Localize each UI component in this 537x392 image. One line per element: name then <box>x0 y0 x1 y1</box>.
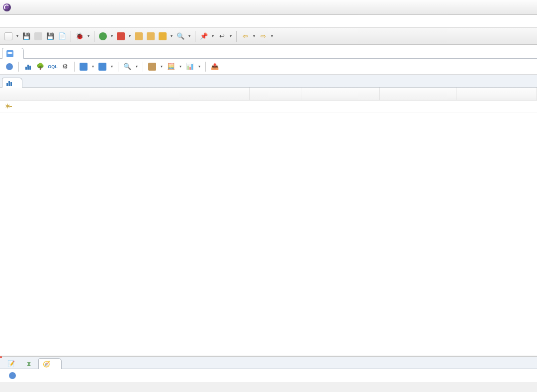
regex-retained-input[interactable] <box>380 100 456 112</box>
run-report-dropdown[interactable]: ▾ <box>90 64 95 69</box>
forward-dropdown[interactable]: ▾ <box>269 34 274 38</box>
search-dropdown[interactable]: ▾ <box>187 34 192 38</box>
stop-dropdown[interactable]: ▾ <box>127 34 132 38</box>
find-button[interactable]: 🔍 <box>122 61 133 72</box>
package-dropdown[interactable]: ▾ <box>159 64 164 69</box>
pin-dropdown[interactable]: ▾ <box>210 34 215 38</box>
title-bar <box>0 0 537 15</box>
forward-button[interactable]: ⇨ <box>258 31 268 42</box>
menu-navigate[interactable] <box>25 20 35 23</box>
tab-progress[interactable]: ⧗ <box>22 358 38 369</box>
col-spacer <box>456 88 537 100</box>
query-button[interactable] <box>97 61 108 72</box>
stop-button[interactable] <box>115 31 126 42</box>
separator-icon <box>143 62 143 72</box>
table-header <box>0 88 537 100</box>
histogram-button[interactable] <box>22 61 33 72</box>
debug-dropdown[interactable]: ▾ <box>86 34 91 38</box>
main-toolbar: ▾ 💾 💾 📄 🐞 ▾ ▾ ▾ ▾ 🔍 ▾ 📌 ▾ ↩ ▾ ⇦ ▾ ⇨ ▾ <box>0 28 537 45</box>
pin-button[interactable]: 📌 <box>198 31 209 42</box>
save-button[interactable]: 💾 <box>21 31 32 42</box>
new-button[interactable] <box>3 31 14 42</box>
find-dropdown[interactable]: ▾ <box>134 64 139 69</box>
overview-button[interactable] <box>4 61 15 72</box>
calculator-button[interactable]: 🧮 <box>166 61 177 72</box>
menu-search[interactable] <box>36 20 46 23</box>
calculator-dropdown[interactable]: ▾ <box>178 64 183 69</box>
col-class-name[interactable] <box>0 88 250 100</box>
histogram-table-container: ✶ <box>0 88 537 356</box>
heap-dump-icon <box>6 50 13 57</box>
menu-run[interactable] <box>58 20 68 23</box>
back-button[interactable]: ⇦ <box>240 31 251 42</box>
col-objects[interactable] <box>250 88 301 100</box>
thread-button[interactable]: ⚙ <box>60 61 71 72</box>
menu-window[interactable] <box>69 20 79 23</box>
separator-icon <box>205 62 206 72</box>
save-disabled-button[interactable]: 💾 <box>45 31 56 42</box>
tab-navigation-history[interactable]: 🧭 <box>38 358 62 369</box>
nav-prev-dropdown[interactable]: ▾ <box>228 34 233 38</box>
export-button[interactable]: 📤 <box>209 61 220 72</box>
open-dropdown[interactable]: ▾ <box>169 34 174 38</box>
eclipse-logo-icon <box>3 3 11 11</box>
nav-prev-button[interactable]: ↩ <box>216 31 227 42</box>
col-retained-heap[interactable] <box>380 88 456 100</box>
menu-bar <box>0 15 537 28</box>
editor-tab-dump[interactable] <box>2 48 24 59</box>
editor-tab-bar <box>0 45 537 59</box>
search-button[interactable]: 🔍 <box>175 31 186 42</box>
separator-icon <box>94 31 94 42</box>
back-dropdown[interactable]: ▾ <box>252 34 257 38</box>
open-type-button[interactable] <box>145 31 156 42</box>
query-dropdown[interactable]: ▾ <box>109 64 114 69</box>
tab-histogram[interactable] <box>2 78 22 88</box>
regex-objects-input[interactable] <box>250 100 301 112</box>
menu-project[interactable] <box>47 20 57 23</box>
save-all-button[interactable] <box>33 31 44 42</box>
run-dropdown[interactable]: ▾ <box>109 34 114 38</box>
info-icon <box>9 372 16 379</box>
menu-edit[interactable] <box>14 20 24 23</box>
oql-button[interactable]: OQL <box>47 61 58 72</box>
open-folder-button[interactable] <box>133 31 144 42</box>
separator-icon <box>195 31 195 42</box>
debug-button[interactable]: 🐞 <box>74 31 85 42</box>
separator-icon <box>118 62 118 72</box>
view-tab-bar <box>0 75 537 88</box>
bottom-view-tabs: 📝 ⧗ 🧭 <box>0 356 537 369</box>
progress-icon: ⧗ <box>27 360 31 367</box>
menu-help[interactable] <box>80 20 90 23</box>
separator-icon <box>18 62 19 72</box>
new-dropdown[interactable]: ▾ <box>15 34 20 38</box>
build-button[interactable]: 📄 <box>57 31 68 42</box>
regex-filter-row[interactable]: ✶ <box>0 100 537 112</box>
histogram-icon <box>6 80 12 86</box>
histogram-table: ✶ <box>0 88 537 356</box>
col-shallow-heap[interactable] <box>301 88 380 100</box>
compare-dropdown[interactable]: ▾ <box>197 64 202 69</box>
notes-icon: 📝 <box>7 360 15 367</box>
tab-notes[interactable]: 📝 <box>3 358 22 369</box>
separator-icon <box>74 62 75 72</box>
dominator-tree-button[interactable]: 🌳 <box>35 61 46 72</box>
separator-icon <box>236 31 237 42</box>
regex-icon: ✶ <box>5 103 13 110</box>
run-button[interactable] <box>97 31 108 42</box>
navhist-icon: 🧭 <box>43 361 50 368</box>
open-task-button[interactable] <box>157 31 168 42</box>
regex-shallow-input[interactable] <box>301 100 380 112</box>
compare-button[interactable]: 📊 <box>184 61 195 72</box>
mat-toolbar: 🌳 OQL ⚙ ▾ ▾ 🔍 ▾ ▾ 🧮 ▾ 📊 ▾ 📤 <box>0 59 537 75</box>
package-button[interactable] <box>147 61 158 72</box>
navigation-history-view <box>0 369 537 382</box>
menu-file[interactable] <box>3 20 13 23</box>
separator-icon <box>71 31 71 42</box>
run-report-button[interactable] <box>78 61 89 72</box>
